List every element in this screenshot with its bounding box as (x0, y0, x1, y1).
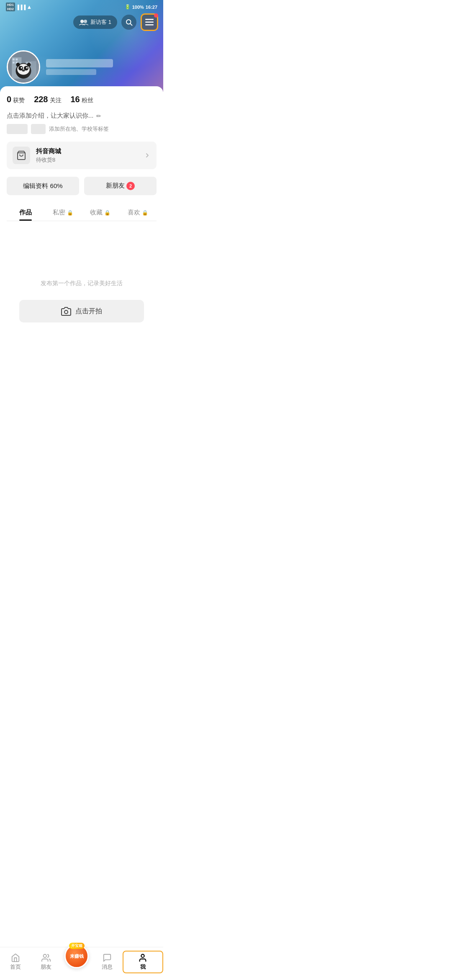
search-icon (125, 18, 133, 26)
svg-point-17 (17, 64, 30, 75)
svg-rect-6 (145, 24, 154, 26)
lock-icon-likes: 🔒 (142, 210, 148, 216)
stat-fans[interactable]: 16 粉丝 (71, 95, 93, 104)
camera-button[interactable]: 点击开拍 (19, 300, 144, 322)
username-blurred (46, 59, 113, 67)
username-id-blurred (46, 69, 96, 75)
visitor-icon (79, 19, 88, 26)
stat-likes[interactable]: 0 获赞 (7, 95, 25, 104)
svg-point-22 (22, 70, 25, 72)
svg-rect-14 (26, 62, 28, 64)
shop-card[interactable]: 抖音商城 待收货8 (7, 142, 157, 169)
tab-private[interactable]: 私密 🔒 (44, 204, 82, 221)
hero-banner: 新访客 1 (0, 0, 163, 92)
shop-sub: 待收货8 (36, 156, 138, 164)
search-button[interactable] (121, 15, 136, 30)
svg-point-20 (21, 67, 23, 69)
action-row: 编辑资料 60% 新朋友2 (7, 177, 157, 195)
following-label: 关注 (50, 97, 62, 104)
svg-rect-8 (12, 57, 21, 79)
svg-rect-12 (16, 62, 18, 64)
svg-point-16 (16, 63, 31, 79)
status-right: 🔋 100% 16:27 (125, 4, 157, 10)
svg-rect-11 (13, 62, 15, 64)
likes-count: 0 (7, 95, 11, 104)
bio-placeholder: 点击添加介绍，让大家认识你... (7, 112, 94, 120)
content-card: 0 获赞 228 关注 16 粉丝 点击添加介绍，让大家认识你... ✏ 添加所… (0, 86, 163, 377)
new-friend-label: 新朋友 (106, 182, 125, 189)
tag-add-label: 添加所在地、学校等标签 (49, 125, 109, 133)
hd-badge: HD1HD2 (6, 3, 15, 11)
status-left: HD1HD2 ▐▐▐ ▲ (6, 3, 32, 11)
svg-point-26 (64, 310, 68, 314)
svg-point-19 (24, 66, 28, 70)
svg-rect-5 (145, 22, 154, 23)
visitor-label: 新访客 1 (90, 18, 111, 26)
svg-point-21 (26, 67, 28, 69)
camera-icon (61, 307, 71, 316)
status-bar: HD1HD2 ▐▐▐ ▲ 🔋 100% 16:27 (0, 0, 163, 13)
chevron-right-icon (144, 152, 151, 159)
svg-line-3 (130, 23, 132, 25)
svg-rect-15 (29, 62, 31, 64)
shop-name: 抖音商城 (36, 147, 138, 155)
svg-point-24 (27, 63, 31, 67)
svg-rect-13 (26, 61, 36, 79)
shop-info: 抖音商城 待收货8 (36, 147, 138, 164)
empty-state: 发布第一个作品，记录美好生活 点击开拍 (7, 221, 157, 377)
svg-point-18 (18, 66, 23, 70)
battery-percent: 100% (132, 5, 144, 10)
tag-row[interactable]: 添加所在地、学校等标签 (7, 124, 157, 134)
tabs: 作品 私密 🔒 收藏 🔒 喜欢 🔒 (7, 204, 157, 221)
tab-works[interactable]: 作品 (7, 204, 44, 221)
tab-likes-label: 喜欢 (128, 209, 140, 217)
menu-notification-dot (154, 13, 158, 18)
shop-icon-wrap (13, 147, 30, 164)
lock-icon-favorites: 🔒 (104, 210, 110, 216)
likes-label: 获赞 (13, 97, 25, 104)
svg-point-0 (80, 20, 84, 23)
tag-blur-2 (31, 124, 46, 134)
svg-point-23 (16, 63, 20, 67)
avatar[interactable] (7, 50, 40, 84)
tag-blur-1 (7, 124, 28, 134)
tab-private-label: 私密 (53, 209, 65, 217)
bio-row[interactable]: 点击添加介绍，让大家认识你... ✏ (7, 112, 157, 120)
tab-favorites-label: 收藏 (90, 209, 103, 217)
hamburger-icon (145, 19, 154, 26)
svg-rect-9 (13, 59, 15, 61)
new-friend-button[interactable]: 新朋友2 (84, 177, 157, 195)
tab-likes[interactable]: 喜欢 🔒 (119, 204, 157, 221)
new-friend-badge: 2 (126, 182, 135, 190)
fans-count: 16 (71, 95, 80, 104)
edit-icon: ✏ (96, 113, 101, 119)
header-toolbar: 新访客 1 (0, 13, 163, 31)
clock: 16:27 (146, 5, 157, 10)
username-block (46, 59, 113, 75)
lock-icon-private: 🔒 (67, 210, 73, 216)
svg-rect-10 (16, 59, 18, 61)
visitor-button[interactable]: 新访客 1 (73, 15, 117, 29)
empty-text: 发布第一个作品，记录美好生活 (15, 280, 148, 287)
following-count: 228 (34, 95, 48, 104)
stats-row: 0 获赞 228 关注 16 粉丝 (7, 95, 157, 104)
camera-button-label: 点击开拍 (75, 307, 102, 316)
tab-favorites[interactable]: 收藏 🔒 (82, 204, 119, 221)
avatar-image (8, 52, 39, 83)
signal-icon: ▐▐▐ (16, 5, 26, 10)
fans-label: 粉丝 (82, 97, 93, 104)
avatar-inner (8, 52, 39, 83)
menu-button[interactable] (141, 13, 158, 31)
battery-icon: 🔋 (125, 4, 131, 10)
wifi-icon: ▲ (26, 4, 32, 10)
stat-following[interactable]: 228 关注 (34, 95, 61, 104)
svg-rect-4 (145, 19, 154, 20)
edit-profile-button[interactable]: 编辑资料 60% (7, 177, 79, 195)
svg-point-1 (84, 20, 87, 23)
profile-info (7, 50, 113, 84)
cart-icon (16, 150, 26, 160)
tab-works-label: 作品 (19, 209, 32, 217)
